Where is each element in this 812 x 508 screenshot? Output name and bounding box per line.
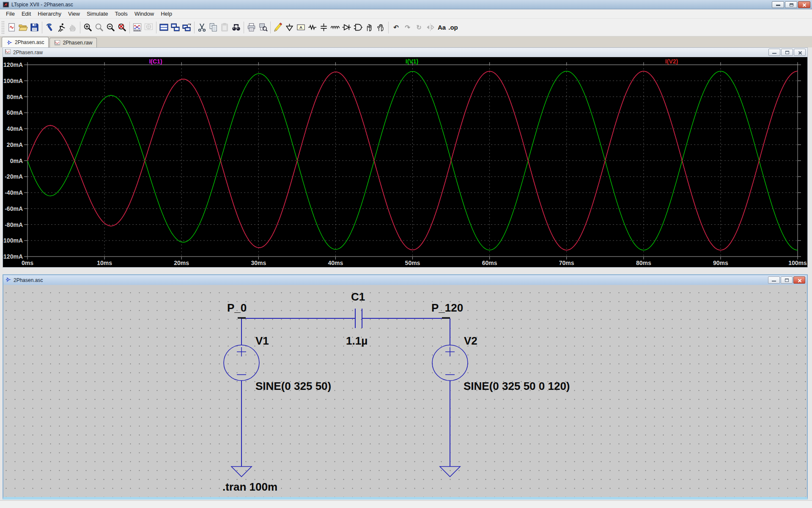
y-tick-label: 120mA bbox=[3, 61, 23, 68]
y-tick-label: -60mA bbox=[5, 205, 23, 212]
ltspice-logo-icon bbox=[3, 1, 9, 8]
place-capacitor-button[interactable] bbox=[318, 21, 329, 34]
menu-help[interactable]: Help bbox=[157, 10, 176, 18]
place-inductor-button[interactable] bbox=[329, 21, 341, 34]
undo-button[interactable]: ↶ bbox=[390, 21, 402, 34]
autorange-y-axis-icon bbox=[132, 22, 142, 32]
ground-icon-left[interactable] bbox=[231, 467, 252, 477]
place-net-label-button[interactable]: A bbox=[295, 21, 307, 34]
draw-wire-button[interactable] bbox=[272, 21, 284, 34]
menu-hierarchy[interactable]: Hierarchy bbox=[34, 10, 65, 18]
place-diode-button[interactable] bbox=[341, 21, 352, 34]
schematic-close-button[interactable] bbox=[793, 276, 805, 284]
control-panel-icon bbox=[45, 22, 55, 32]
spice-directive-text[interactable]: .tran 100m bbox=[222, 480, 277, 493]
print-preview-button[interactable] bbox=[257, 21, 269, 34]
menu-simulate[interactable]: Simulate bbox=[83, 10, 112, 18]
toolbar-drag-handle[interactable] bbox=[2, 21, 4, 34]
autorange-y-axis-button[interactable] bbox=[132, 21, 143, 34]
tab-2phasen-asc[interactable]: 2Phasen.asc bbox=[2, 37, 49, 47]
x-tick-label: 10ms bbox=[97, 260, 112, 266]
move-button[interactable] bbox=[364, 21, 375, 34]
menu-file[interactable]: File bbox=[3, 10, 18, 18]
x-tick-label: 90ms bbox=[713, 260, 728, 266]
zoom-full-extents-button[interactable] bbox=[116, 21, 128, 34]
tile-vertically-button[interactable] bbox=[158, 21, 170, 34]
close-button[interactable] bbox=[798, 1, 810, 8]
waveform-minimize-button[interactable] bbox=[768, 49, 780, 56]
schematic-minimize-button[interactable] bbox=[768, 276, 780, 284]
place-text-button[interactable]: Aa bbox=[436, 21, 447, 34]
x-tick-label: 80ms bbox=[636, 260, 651, 266]
menu-edit[interactable]: Edit bbox=[18, 10, 34, 18]
y-tick-label: -40mA bbox=[5, 189, 23, 196]
menu-view[interactable]: View bbox=[65, 10, 83, 18]
waveform-plot-area[interactable]: 0ms10ms20ms30ms40ms50ms60ms70ms80ms90ms1… bbox=[3, 57, 807, 267]
place-ground-button[interactable] bbox=[284, 21, 295, 34]
find-button[interactable] bbox=[230, 21, 242, 34]
drag-button[interactable] bbox=[375, 21, 387, 34]
control-panel-button[interactable] bbox=[44, 21, 55, 34]
waveform-window-titlebar[interactable]: 2Phasen.raw bbox=[3, 48, 807, 57]
status-bar bbox=[0, 500, 812, 508]
toolbar-separator bbox=[80, 22, 80, 33]
move-icon bbox=[365, 22, 374, 32]
tile-horizontally-button[interactable] bbox=[170, 21, 181, 34]
voltage-source-V2[interactable] bbox=[432, 345, 468, 381]
schematic-window-titlebar[interactable]: 2Phasen.asc bbox=[3, 275, 807, 285]
halt-icon bbox=[68, 22, 77, 32]
trace-label-iv1[interactable]: I(V1) bbox=[406, 58, 418, 65]
zoom-full-extents-icon bbox=[117, 22, 127, 32]
tab-2phasen-raw[interactable]: 2Phasen.raw bbox=[49, 38, 97, 47]
minimize-button[interactable] bbox=[772, 1, 784, 8]
component-value-c1[interactable]: 1.1µ bbox=[346, 334, 368, 347]
run-icon bbox=[56, 22, 66, 32]
tile-horizontally-icon bbox=[170, 22, 180, 32]
place-component-button[interactable] bbox=[352, 21, 364, 34]
place-diode-icon bbox=[342, 22, 351, 32]
waveform-close-button[interactable] bbox=[794, 49, 806, 56]
zoom-in-button[interactable] bbox=[82, 21, 93, 34]
waveform-plot[interactable]: 0ms10ms20ms30ms40ms50ms60ms70ms80ms90ms1… bbox=[3, 57, 807, 267]
net-label-p0[interactable]: P_0 bbox=[227, 301, 247, 314]
schematic-tab-icon bbox=[6, 39, 13, 46]
component-value-v2[interactable]: SINE(0 325 50 0 120) bbox=[464, 380, 570, 392]
schematic-window: 2Phasen.asc bbox=[3, 274, 808, 500]
restore-button[interactable] bbox=[785, 1, 797, 8]
main-titlebar[interactable]: LTspice XVII - 2Phasen.asc bbox=[0, 0, 812, 9]
plot-settings-button bbox=[143, 21, 154, 34]
zoom-out-button[interactable] bbox=[105, 21, 116, 34]
ground-icon-right[interactable] bbox=[440, 467, 460, 477]
schematic-canvas-area[interactable]: P_0 C1 P_120 1.1µ V1 V2 SINE(0 325 50) S… bbox=[3, 285, 807, 497]
copy-button[interactable] bbox=[208, 21, 219, 34]
new-schematic-button[interactable] bbox=[6, 21, 17, 34]
run-button[interactable] bbox=[55, 21, 67, 34]
plot-settings-icon bbox=[144, 22, 154, 32]
zoom-back-button bbox=[93, 21, 105, 34]
trace-label-iv2[interactable]: I(V2) bbox=[665, 58, 678, 65]
zoom-out-icon bbox=[106, 22, 115, 32]
component-ref-v1[interactable]: V1 bbox=[255, 334, 269, 347]
menu-window[interactable]: Window bbox=[131, 10, 157, 18]
place-spice-directive-button[interactable]: .op bbox=[447, 21, 459, 34]
cut-button[interactable] bbox=[196, 21, 208, 34]
place-inductor-icon bbox=[330, 22, 340, 32]
cascade-windows-button[interactable] bbox=[181, 21, 192, 34]
waveform-restore-button[interactable] bbox=[781, 49, 793, 56]
component-ref-c1[interactable]: C1 bbox=[351, 290, 365, 303]
schematic-restore-button[interactable] bbox=[781, 276, 793, 284]
open-button[interactable] bbox=[17, 21, 29, 34]
net-label-p120[interactable]: P_120 bbox=[431, 301, 463, 314]
component-value-v1[interactable]: SINE(0 325 50) bbox=[255, 380, 331, 392]
print-button[interactable] bbox=[246, 21, 257, 34]
save-icon bbox=[30, 22, 39, 32]
place-resistor-button[interactable] bbox=[307, 21, 318, 34]
component-ref-v2[interactable]: V2 bbox=[464, 334, 477, 347]
menu-tools[interactable]: Tools bbox=[112, 10, 131, 18]
schematic-canvas[interactable]: P_0 C1 P_120 1.1µ V1 V2 SINE(0 325 50) S… bbox=[3, 285, 807, 497]
capacitor-C1[interactable] bbox=[355, 309, 362, 328]
trace-label-ic1[interactable]: I(C1) bbox=[149, 58, 162, 65]
save-button[interactable] bbox=[29, 21, 40, 34]
mirror-icon bbox=[425, 22, 435, 32]
voltage-source-V1[interactable] bbox=[224, 345, 259, 381]
